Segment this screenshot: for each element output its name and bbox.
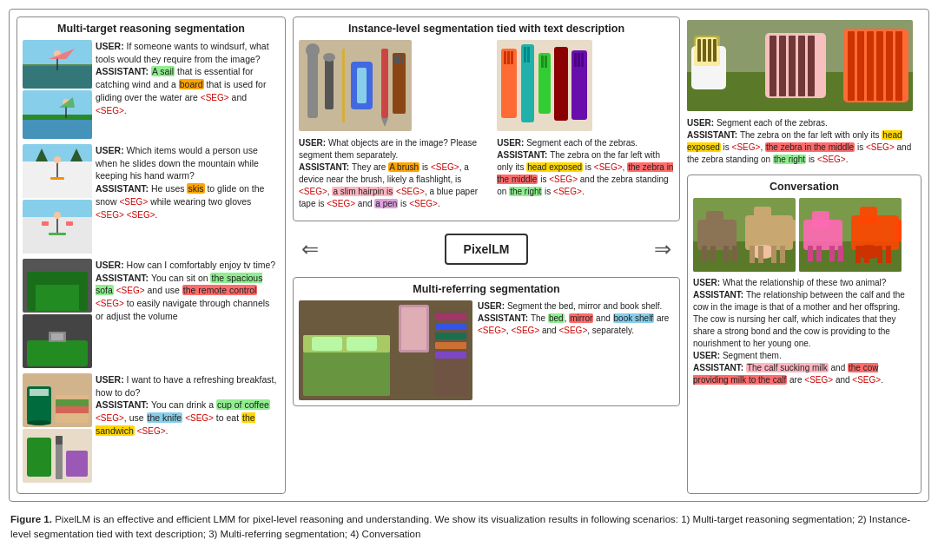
svg-rect-107: [765, 33, 826, 98]
top-section: Multi-target reasoning segmentation: [9, 9, 929, 502]
surfing-images: [23, 40, 92, 139]
arrow-left-icon: ⇐: [301, 237, 319, 261]
svg-rect-128: [758, 246, 763, 263]
conversation-images: [693, 198, 915, 272]
svg-rect-73: [574, 53, 577, 67]
svg-rect-7: [23, 115, 92, 120]
tv-img2: [23, 314, 92, 368]
svg-point-37: [27, 420, 51, 425]
svg-rect-121: [723, 246, 729, 261]
svg-rect-90: [399, 305, 429, 352]
tv-img1: [23, 259, 92, 313]
svg-rect-113: [886, 31, 893, 101]
multi-text: USER: Segment the bed, mirror and book s…: [478, 300, 674, 400]
svg-rect-114: [895, 31, 902, 101]
svg-point-16: [54, 156, 61, 163]
svg-rect-110: [857, 31, 864, 101]
skiing-images: [23, 144, 92, 254]
conversation-panel: Conversation: [687, 175, 921, 494]
svg-rect-63: [507, 51, 510, 64]
surf-img2: [23, 90, 92, 139]
svg-rect-74: [578, 53, 580, 67]
surf-img1: [23, 40, 92, 89]
user-label: USER:: [96, 41, 127, 51]
svg-rect-140: [860, 207, 877, 224]
caption: Figure 1. PixelLM is an effective and ef…: [9, 509, 929, 546]
multi-referring-title: Multi-referring segmentation: [299, 283, 674, 295]
breakfast-images: [23, 373, 92, 483]
middle-panel: Instance-level segmentation tied with te…: [293, 16, 680, 494]
svg-rect-122: [732, 246, 737, 261]
svg-point-48: [306, 43, 320, 57]
svg-rect-66: [524, 47, 526, 63]
assistant-label: ASSISTANT:: [96, 66, 151, 76]
multi-content: USER: Segment the bed, mirror and book s…: [299, 300, 674, 400]
svg-rect-89: [303, 335, 390, 396]
svg-rect-22: [49, 233, 66, 235]
instance-left: USER: What objects are in the image? Ple…: [299, 40, 492, 210]
svg-rect-144: [864, 246, 869, 263]
svg-rect-54: [381, 49, 388, 118]
svg-rect-138: [838, 246, 843, 261]
svg-rect-64: [511, 51, 513, 64]
svg-rect-127: [750, 246, 755, 263]
instance-right-text: USER: Segment each of the zebras. ASSIST…: [497, 137, 674, 198]
tv-images: [23, 259, 92, 368]
svg-rect-26: [27, 285, 88, 311]
highlight: A sail: [151, 66, 175, 76]
pixellm-connector: ⇐ PixelLM ⇒: [293, 227, 680, 272]
svg-rect-120: [710, 246, 716, 261]
svg-point-50: [323, 53, 335, 62]
svg-rect-129: [771, 246, 776, 263]
svg-rect-124: [754, 207, 771, 224]
arrow-right-icon: ⇒: [654, 237, 671, 261]
highlight: board: [179, 79, 204, 89]
svg-rect-51: [342, 49, 345, 122]
conversation-text: USER: What the relationship of these two…: [693, 277, 915, 386]
svg-rect-29: [27, 272, 88, 285]
svg-rect-141: [895, 220, 902, 241]
cow-img2: [799, 198, 902, 272]
svg-rect-31: [27, 340, 88, 366]
pixellm-box: PixelLM: [445, 234, 529, 265]
svg-rect-67: [527, 47, 530, 63]
svg-rect-109: [848, 31, 855, 101]
svg-rect-39: [56, 399, 89, 406]
svg-rect-47: [307, 53, 318, 118]
svg-rect-45: [66, 451, 88, 477]
instance-panel: Instance-level segmentation tied with te…: [293, 16, 680, 221]
figure-label: Figure 1.: [10, 514, 52, 524]
svg-rect-36: [30, 389, 49, 396]
svg-rect-145: [877, 246, 882, 263]
svg-rect-40: [56, 406, 89, 413]
svg-rect-130: [780, 246, 785, 263]
svg-rect-23: [42, 221, 49, 226]
breakfast-img1: [23, 373, 92, 427]
svg-rect-71: [554, 47, 568, 121]
skiing-text: USER: Which items would a person use whe…: [96, 144, 280, 221]
pixellm-label: PixelLM: [464, 242, 510, 256]
svg-rect-136: [816, 246, 822, 261]
main-container: Multi-target reasoning segmentation: [9, 9, 929, 546]
svg-rect-44: [56, 436, 63, 445]
caption-text: PixelLM is an effective and efficient LM…: [10, 514, 910, 539]
multi-referring-panel: Multi-referring segmentation: [293, 277, 680, 406]
scenario-skiing: USER: Which items would a person use whe…: [23, 144, 280, 254]
svg-rect-75: [581, 53, 584, 67]
tv-text: USER: How can I comfortably enjoy tv tim…: [96, 259, 280, 323]
ski-img2: [23, 200, 92, 254]
seg-tag: <SEG>: [96, 106, 124, 115]
combs-img: [497, 40, 592, 131]
svg-rect-135: [808, 246, 813, 261]
svg-rect-70: [545, 56, 547, 68]
instance-left-text: USER: What objects are in the image? Ple…: [299, 137, 492, 210]
scenario-breakfast: USER: I want to have a refreshing breakf…: [23, 373, 280, 483]
instance-panel-title: Instance-level segmentation tied with te…: [299, 23, 674, 35]
conversation-title: Conversation: [693, 181, 915, 193]
svg-rect-59: [401, 55, 404, 63]
svg-rect-24: [66, 221, 73, 226]
svg-rect-53: [357, 68, 367, 103]
svg-rect-137: [829, 246, 835, 261]
svg-rect-91: [433, 309, 468, 396]
svg-rect-143: [855, 246, 861, 263]
